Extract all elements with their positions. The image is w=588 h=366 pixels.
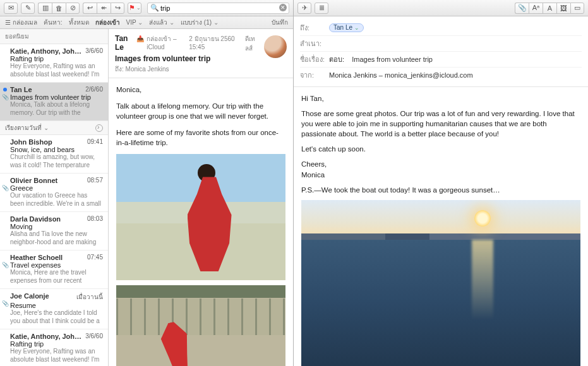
subject-row[interactable]: ชื่อเรื่อง: ตอบ: Images from volunteer t… xyxy=(300,52,582,68)
markup-icon: ▭ xyxy=(574,4,580,12)
compose-button[interactable]: ✎ xyxy=(21,3,35,14)
body-greeting: Monica, xyxy=(116,85,285,95)
folder-icon: 📥 xyxy=(136,35,144,42)
from-value[interactable]: Monica Jenkins – monica_jenkins@icloud.c… xyxy=(329,71,473,79)
message-item[interactable]: 📎 Heather Schoell07:45 Travel expenses M… xyxy=(0,251,108,289)
save-search-button[interactable]: บันทึก xyxy=(272,18,288,27)
subject: Rafting trip xyxy=(10,55,103,62)
attached-photo-2[interactable] xyxy=(116,285,285,366)
get-mail-button[interactable]: ✉ xyxy=(4,3,18,14)
subject-label: ชื่อเรื่อง: xyxy=(300,54,325,65)
compose-paragraph: Those are some great photos. Our trip wa… xyxy=(301,109,580,139)
font-button[interactable]: A xyxy=(543,3,556,14)
forward-icon: ↪ xyxy=(115,4,121,12)
inserted-photo-sunset[interactable] xyxy=(301,200,580,366)
font-icon: A xyxy=(548,4,552,12)
reply-all-button[interactable]: ↞ xyxy=(97,3,111,14)
search-icon: 🔍 xyxy=(150,4,159,12)
message-item[interactable]: Katie, Anthony, John & Jen3/6/60 Rafting… xyxy=(0,329,108,366)
header-to: ถึง: Monica Jenkins xyxy=(115,64,259,74)
message-item[interactable]: 📎 Joe Calonjeเมื่อวานนี้ Resume Joe, Her… xyxy=(0,289,108,329)
mailboxes-drawer-button[interactable]: ☰ กล่องเมล xyxy=(5,18,37,27)
date: 3/6/60 xyxy=(83,47,103,55)
message-list[interactable]: ยอดนิยม 📎 Katie, Anthony, John & Jen3/6/… xyxy=(0,29,109,366)
archive-button[interactable]: ▥ xyxy=(38,3,52,14)
format-icon: Aᵃ xyxy=(532,4,539,12)
preview: Hey Everyone, Rafting was an absolute bl… xyxy=(10,62,103,78)
body-paragraph: Here are some of my favorite shots from … xyxy=(116,127,285,148)
junk-button[interactable]: ⊘ xyxy=(66,3,80,14)
reply-group: ↩ ↞ ↪ xyxy=(83,3,124,14)
date: 2/6/60 xyxy=(83,86,103,93)
photo-browser-button[interactable]: 🖼 xyxy=(556,3,570,14)
photo-icon: 🖼 xyxy=(560,4,567,12)
sort-by-date-header[interactable]: เรียงตามวันที่ xyxy=(0,121,108,135)
circle-icon xyxy=(95,124,103,132)
message-item[interactable]: Darla Davidson08:03 Moving Alisha and Ti… xyxy=(0,212,108,251)
message-item[interactable]: 📎 John Bishop09:41 Snow, ice, and bears … xyxy=(0,135,108,174)
from-row[interactable]: จาก: Monica Jenkins – monica_jenkins@icl… xyxy=(300,68,582,83)
scope-all[interactable]: ทั้งหมด xyxy=(69,18,89,27)
header-fields-button[interactable]: ≣ xyxy=(315,3,328,14)
reading-pane[interactable]: Tan Le 📥 กล่องเข้า – iCloud 2 มิถุนายน 2… xyxy=(109,29,293,366)
compose-paragraph: Let's catch up soon. xyxy=(301,144,580,154)
trash-icon: 🗑 xyxy=(56,4,63,12)
list-icon: ≣ xyxy=(319,4,325,12)
scope-inbox[interactable]: กล่องเข้า xyxy=(95,18,120,27)
format-button[interactable]: Aᵃ xyxy=(529,3,543,14)
compose-window: ✈ ≣ 📎 Aᵃ A 🖼 ▭ ถึง: Tan Le สำเนา: ช xyxy=(294,0,588,366)
subject: Images from volunteer trip xyxy=(10,93,103,101)
markup-button[interactable]: ▭ xyxy=(570,3,584,14)
details-link[interactable]: ดีเทลส์ xyxy=(245,34,259,53)
sender: Katie, Anthony, John & Jen xyxy=(10,47,83,55)
compose-toolbar: ✈ ≣ 📎 Aᵃ A 🖼 ▭ xyxy=(294,0,588,16)
sender: Tan Le xyxy=(10,86,32,93)
search-scope-label: ค้นหา: xyxy=(44,18,63,27)
unread-dot xyxy=(3,88,7,92)
reply-all-icon: ↞ xyxy=(101,4,107,12)
archive-delete-group: ▥ 🗑 ⊘ xyxy=(38,3,80,14)
compose-greeting: Hi Tan, xyxy=(301,93,580,103)
filter-drafts[interactable]: แบบร่าง (1) xyxy=(181,18,219,27)
flag-icon: ⚑ xyxy=(129,4,135,12)
inbox-icon: ✉ xyxy=(8,4,14,12)
attachment-icon: 📎 xyxy=(2,185,9,191)
compose-icon: ✎ xyxy=(25,4,31,12)
cc-label: สำเนา: xyxy=(300,38,325,49)
attachment-icon: 📎 xyxy=(2,94,9,100)
forward-button[interactable]: ↪ xyxy=(111,3,124,14)
cc-row[interactable]: สำเนา: xyxy=(300,36,582,52)
message-item-selected[interactable]: 📎 Tan Le2/6/60 Images from volunteer tri… xyxy=(0,83,108,121)
filter-vip[interactable]: VIP xyxy=(126,19,143,26)
preview: Monica, Talk about a lifelong memory. Ou… xyxy=(10,101,103,117)
message-item[interactable]: 📎 Katie, Anthony, John & Jen3/6/60 Rafti… xyxy=(0,44,108,83)
header-mailbox: กล่องเข้า – iCloud xyxy=(147,34,186,50)
paperclip-icon: 📎 xyxy=(518,4,527,12)
attach-button[interactable]: 📎 xyxy=(515,3,529,14)
header-sender: Tan Le xyxy=(115,34,134,52)
archive-icon: ▥ xyxy=(42,4,49,12)
filter-sent[interactable]: ส่งแล้ว xyxy=(149,18,174,27)
attached-photo-1[interactable] xyxy=(116,154,285,280)
flag-button[interactable]: ⚑⌄ xyxy=(128,3,141,14)
recipient-pill[interactable]: Tan Le xyxy=(329,23,364,32)
mail-toolbar: ✉ ✎ ▥ 🗑 ⊘ ↩ ↞ ↪ ⚑⌄ 🔍 ✕ xyxy=(0,0,293,16)
message-item[interactable]: 📎 Olivier Bonnet08:57 Greece Our vacatio… xyxy=(0,174,108,212)
mailboxes-bar: ☰ กล่องเมล ค้นหา: ทั้งหมด กล่องเข้า VIP … xyxy=(0,16,293,29)
message-body: Monica, Talk about a lifelong memory. Ou… xyxy=(109,78,293,366)
subject-prefix: ตอบ: xyxy=(329,54,348,65)
delete-button[interactable]: 🗑 xyxy=(52,3,66,14)
cc-input[interactable] xyxy=(329,40,582,47)
compose-body[interactable]: Hi Tan, Those are some great photos. Our… xyxy=(294,87,588,366)
to-input[interactable] xyxy=(368,24,582,32)
clear-search-button[interactable]: ✕ xyxy=(279,4,287,11)
attachment-icon: 📎 xyxy=(2,262,9,268)
popular-header: ยอดนิยม xyxy=(0,29,108,44)
reply-icon: ↩ xyxy=(87,4,93,12)
to-row[interactable]: ถึง: Tan Le xyxy=(300,20,582,36)
junk-icon: ⊘ xyxy=(70,4,76,12)
message-header: Tan Le 📥 กล่องเข้า – iCloud 2 มิถุนายน 2… xyxy=(109,29,293,78)
reply-button[interactable]: ↩ xyxy=(83,3,97,14)
send-button[interactable]: ✈ xyxy=(297,3,311,14)
search-input[interactable] xyxy=(147,3,289,14)
